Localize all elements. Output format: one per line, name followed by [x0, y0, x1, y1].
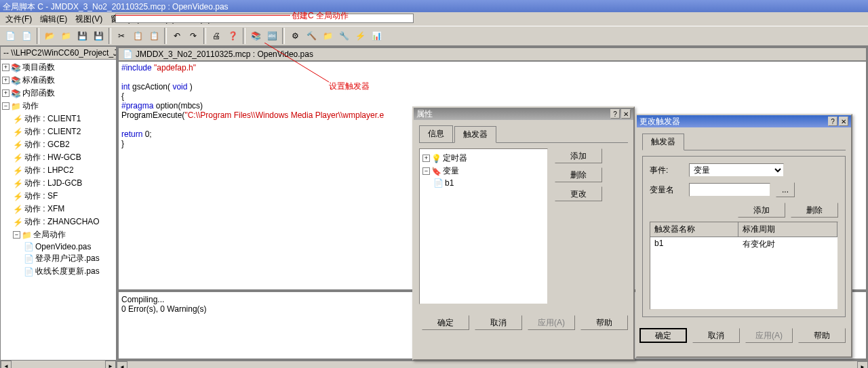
tree-action-item[interactable]: ⚡ 动作 : CLIENT2 [2, 125, 115, 138]
tb-build-icon[interactable]: 🔨 [304, 28, 319, 43]
help-icon[interactable]: ? [828, 117, 837, 126]
menu-view[interactable]: 视图(V) [73, 14, 105, 25]
tree-stdfunc[interactable]: +📚 标准函数 [2, 74, 115, 87]
tb-open2-icon[interactable]: 📁 [58, 28, 73, 43]
ok-button[interactable]: 确定 [639, 328, 687, 343]
modify-button[interactable]: 更改 [555, 186, 602, 201]
file-icon: 📄 [123, 49, 133, 59]
tb-new2-icon[interactable]: 📄 [19, 28, 34, 43]
add-button[interactable]: 添加 [555, 148, 602, 163]
tree-file-openvideo[interactable]: 📄 OpenVideo.pas [2, 241, 115, 252]
expand-icon[interactable]: + [422, 155, 430, 162]
tree-variable[interactable]: −🔖 变量 [422, 165, 545, 178]
varname-input[interactable] [689, 183, 770, 197]
scroll-right-icon[interactable]: ► [105, 361, 116, 368]
tree-timer[interactable]: +💡 定时器 [422, 152, 545, 165]
dialog-titlebar[interactable]: 更改触发器 ? ✕ [637, 115, 851, 127]
tree-action-item[interactable]: ⚡ 动作 : GCB2 [2, 138, 115, 151]
cancel-button[interactable]: 取消 [692, 328, 740, 343]
tb-copy-icon[interactable]: 📋 [130, 28, 145, 43]
tab-info[interactable]: 信息 [419, 125, 453, 142]
scroll-right-icon[interactable]: ► [857, 361, 868, 368]
tree-action-item[interactable]: ⚡ 动作 : CLIENT1 [2, 113, 115, 125]
tb-help-icon[interactable]: ❓ [225, 28, 240, 43]
event-select[interactable]: 变量 [689, 163, 784, 177]
dialog-buttons: 确定 取消 应用(A) 帮助 [637, 323, 851, 348]
trigger-list[interactable]: 触发器名称 标准周期 b1 有变化时 [650, 222, 838, 310]
cancel-button[interactable]: 取消 [475, 315, 522, 330]
dialog-tabs: 触发器 [642, 133, 846, 150]
close-icon[interactable]: ✕ [839, 117, 848, 126]
tb-saveall-icon[interactable]: 💾 [91, 28, 106, 43]
expand-icon[interactable]: + [2, 89, 9, 97]
add-button[interactable]: 添加 [738, 203, 785, 218]
scroll-left-icon[interactable]: ◄ [117, 361, 127, 368]
tb-save-icon[interactable]: 💾 [75, 28, 90, 43]
tb-open-icon[interactable]: 📂 [42, 28, 57, 43]
tree-b1[interactable]: 📄 b1 [422, 178, 545, 188]
tb-undo-icon[interactable]: ↶ [170, 28, 184, 43]
varname-label: 变量名 [650, 184, 684, 196]
expand-icon[interactable]: + [2, 77, 9, 84]
help-button[interactable]: 帮助 [798, 328, 846, 343]
app-title: 全局脚本 C - JMDDX_3_No2_20110325.mcp : Open… [3, 2, 229, 12]
trigger-tree[interactable]: +💡 定时器 −🔖 变量 📄 b1 [419, 148, 548, 304]
ok-button[interactable]: 确定 [422, 315, 469, 330]
apply-button[interactable]: 应用(A) [745, 328, 793, 343]
tree-action-item[interactable]: ⚡ 动作 : LHPC2 [2, 164, 115, 177]
menu-file[interactable]: 文件(F) [3, 14, 35, 25]
tree-actions[interactable]: −📁 动作 [2, 100, 115, 113]
project-tree[interactable]: +📚 项目函数 +📚 标准函数 +📚 内部函数 −📁 动作 ⚡ 动作 : CLI… [1, 60, 116, 360]
tb-redo-icon[interactable]: ↷ [186, 28, 201, 43]
tb-tool3-icon[interactable]: 📊 [369, 28, 384, 43]
tb-print-icon[interactable]: 🖨 [209, 28, 224, 43]
tree-global-actions[interactable]: −📁 全局动作 [2, 228, 115, 241]
properties-dialog: 属性 ? ✕ 信息 触发器 +💡 定时器 −🔖 变量 📄 b1 添加 删除 更改… [412, 106, 635, 361]
tree-intfunc[interactable]: +📚 内部函数 [2, 87, 115, 100]
tb-abc-icon[interactable]: 🔤 [264, 28, 279, 43]
change-trigger-dialog: 更改触发器 ? ✕ 触发器 事件: 变量 变量名 ... 添加 删除 [635, 114, 852, 358]
dialog-body: 触发器 事件: 变量 变量名 ... 添加 删除 触发器名称 标准周期 [637, 127, 851, 323]
tab-trigger[interactable]: 触发器 [642, 134, 684, 150]
col-cycle[interactable]: 标准周期 [738, 222, 837, 237]
tb-cut-icon[interactable]: ✂ [114, 28, 129, 43]
expand-icon[interactable]: + [2, 64, 9, 71]
toolbar: 📄 📄 📂 📁 💾 💾 ✂ 📋 📋 ↶ ↷ 🖨 ❓ 📚 🔤 ⚙ 🔨 📁 🔧 ⚡ … [0, 26, 868, 46]
tree-file-length[interactable]: 📄 收线长度更新.pas [2, 265, 115, 278]
menu-edit[interactable]: 编辑(E) [37, 14, 70, 25]
tree-action-item[interactable]: ⚡ 动作 : XFM [2, 203, 115, 216]
scroll-left-icon[interactable]: ◄ [1, 361, 12, 368]
editor-tab[interactable]: 📄 JMDDX_3_No2_20110325.mcp : OpenVideo.p… [118, 47, 867, 61]
delete-button[interactable]: 删除 [555, 167, 602, 182]
trigger-row[interactable]: b1 有变化时 [650, 237, 837, 251]
tb-compile-icon[interactable]: ⚙ [288, 28, 302, 43]
tb-tool2-icon[interactable]: ⚡ [353, 28, 368, 43]
sidebar-hscroll[interactable]: ◄ ► [1, 360, 116, 368]
tree-action-item[interactable]: ⚡ 动作 : HW-GCB [2, 151, 115, 164]
collapse-icon[interactable]: − [13, 231, 20, 239]
tb-book-icon[interactable]: 📚 [248, 28, 263, 43]
editor-hscroll[interactable]: ◄ ► [117, 361, 868, 368]
apply-button[interactable]: 应用(A) [528, 315, 575, 330]
delete-button[interactable]: 删除 [791, 203, 838, 218]
tb-paste-icon[interactable]: 📋 [146, 28, 161, 43]
dialog-title: 更改触发器 [639, 116, 680, 127]
tb-new-icon[interactable]: 📄 [3, 28, 18, 43]
tb-tool1-icon[interactable]: 🔧 [336, 28, 351, 43]
tree-file-login[interactable]: 📄 登录用户记录.pas [2, 252, 115, 265]
tb-folder-icon[interactable]: 📁 [320, 28, 335, 43]
help-icon[interactable]: ? [610, 109, 620, 119]
col-triggername[interactable]: 触发器名称 [650, 222, 738, 237]
close-icon[interactable]: ✕ [621, 109, 631, 119]
tree-action-item[interactable]: ⚡ 动作 : LJD-GCB [2, 177, 115, 190]
tree-action-item[interactable]: ⚡ 动作 : SF [2, 190, 115, 203]
tree-projfunc[interactable]: +📚 项目函数 [2, 61, 115, 74]
tab-trigger[interactable]: 触发器 [454, 126, 496, 143]
dialog-titlebar[interactable]: 属性 ? ✕ [414, 108, 633, 120]
tree-action-item[interactable]: ⚡ 动作 : ZHANGCHAO [2, 216, 115, 228]
collapse-icon[interactable]: − [422, 167, 430, 175]
help-button[interactable]: 帮助 [580, 315, 628, 330]
browse-button[interactable]: ... [776, 182, 795, 197]
collapse-icon[interactable]: − [2, 102, 9, 110]
cell-name: b1 [650, 237, 738, 251]
